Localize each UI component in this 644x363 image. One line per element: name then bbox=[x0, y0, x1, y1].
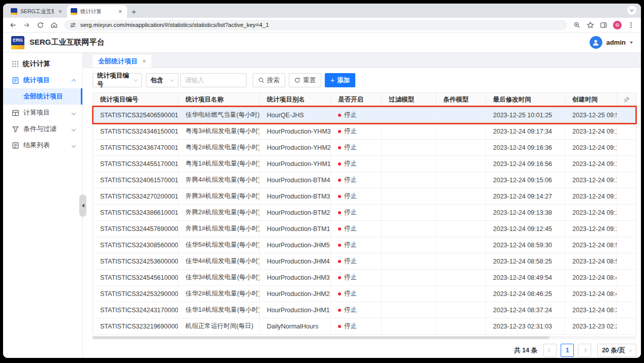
table-row[interactable]: STATISTICS3242536000007 佳华4#机组发电量(每小时) H… bbox=[93, 253, 636, 270]
reset-button[interactable]: 重置 bbox=[289, 73, 321, 87]
cell-filter-model bbox=[382, 237, 436, 253]
url-bar[interactable]: serg.mixyun.com/mixapplication/#/statist… bbox=[64, 20, 567, 30]
status-dot-icon bbox=[338, 309, 341, 312]
cell-modified-time: 2023-12-24 08:46:25 bbox=[486, 286, 565, 302]
cell-project-name: 佳华4#机组发电量(每小时) bbox=[178, 253, 260, 270]
cell-pin-spacer bbox=[617, 237, 636, 253]
cell-modified-time: 2023-12-24 09:15:06 bbox=[486, 172, 565, 188]
zoom-icon[interactable] bbox=[573, 21, 581, 29]
table-row[interactable]: STATISTICS3243674700014 粤海2#机组发电量(每小时) H… bbox=[93, 140, 636, 156]
user-menu[interactable]: admin bbox=[590, 36, 633, 49]
cell-project-alias: HourProduction-JHM1 bbox=[260, 302, 331, 318]
sidebar-item-all-statistics-projects[interactable]: 全部统计项目 bbox=[3, 88, 82, 105]
column-header: 最后修改时间 bbox=[486, 93, 565, 107]
tab-close-icon[interactable]: × bbox=[117, 8, 124, 15]
sidebar-item-statistics-project[interactable]: 统计项目 bbox=[3, 72, 82, 88]
back-icon[interactable] bbox=[9, 21, 17, 29]
status-label: 停止 bbox=[344, 273, 357, 282]
table-row[interactable]: STATISTICS3243866100010 奔腾2#机组发电量(每小时) H… bbox=[93, 205, 636, 221]
table-body: STATISTICS3254065900018 佳华电站燃气当量(每小时) Ho… bbox=[93, 107, 636, 335]
funnel-icon bbox=[12, 125, 19, 133]
status-dot-icon bbox=[338, 227, 341, 230]
cell-condition-model bbox=[436, 318, 486, 335]
more-menu-icon[interactable] bbox=[627, 21, 635, 29]
side-panel-icon[interactable] bbox=[600, 21, 607, 29]
cell-pin-spacer bbox=[617, 205, 636, 221]
cell-condition-model bbox=[436, 123, 486, 140]
tab-close-icon[interactable]: × bbox=[57, 8, 64, 15]
sidebar-collapse-handle[interactable] bbox=[79, 194, 86, 217]
page-tabbar: 全部统计项目 × bbox=[83, 53, 641, 68]
cell-modified-time: 2023-12-24 09:17:34 bbox=[486, 123, 565, 140]
filter-keyword-input[interactable] bbox=[180, 73, 247, 87]
table-row[interactable]: STATISTICS3254065900018 佳华电站燃气当量(每小时) Ho… bbox=[93, 107, 636, 123]
cell-project-name: 佳华5#机组发电量(每小时) bbox=[178, 237, 260, 253]
page-tab-close-icon[interactable]: × bbox=[142, 58, 146, 65]
refresh-icon[interactable] bbox=[37, 21, 44, 29]
cell-project-name: 奔腾1#机组发电量(每小时) bbox=[178, 221, 260, 237]
table-row[interactable]: STATISTICS3243085600008 佳华5#机组发电量(每小时) H… bbox=[93, 237, 636, 253]
cell-project-alias: HourProduction-BTM4 bbox=[260, 172, 331, 188]
table-row[interactable]: STATISTICS3242702000011 奔腾3#机组发电量(每小时) H… bbox=[93, 188, 636, 205]
table-row[interactable]: STATISTICS3245456100006 佳华3#机组发电量(每小时) H… bbox=[93, 270, 636, 286]
cell-project-alias: HourProduction-BTM1 bbox=[260, 221, 331, 237]
cell-filter-model bbox=[382, 156, 436, 172]
cell-created-time: 2023-12-24 09:17:34 bbox=[565, 123, 617, 140]
page-tab-all-statistics[interactable]: 全部统计项目 × bbox=[93, 55, 151, 68]
user-dropdown-caret-icon bbox=[630, 42, 633, 44]
pagination-total: 共 14 条 bbox=[514, 346, 537, 355]
tab-search-caret-icon[interactable] bbox=[627, 6, 636, 15]
pagination: 共 14 条 1 20 条/页 bbox=[93, 344, 636, 357]
search-button[interactable]: 搜索 bbox=[253, 73, 285, 87]
pin-icon bbox=[623, 96, 630, 103]
filter-operator-select[interactable]: 包含 bbox=[146, 73, 178, 87]
pagination-next-button[interactable] bbox=[578, 344, 591, 357]
table-row[interactable]: STATISTICS3244576900009 奔腾1#机组发电量(每小时) H… bbox=[93, 221, 636, 237]
cell-project-alias: HourProduction-BTM2 bbox=[260, 205, 331, 221]
table-row[interactable]: STATISTICS3232196900002 机组正常运行时间(每日) Dai… bbox=[93, 318, 636, 335]
status-dot-icon bbox=[338, 211, 341, 214]
sidebar-root-statistics-compute[interactable]: 统计计算 bbox=[3, 55, 82, 72]
add-button[interactable]: + 添加 bbox=[325, 73, 355, 87]
site-settings-icon[interactable] bbox=[70, 22, 76, 28]
filter-bar: 统计项目编号 包含 搜索 重置 bbox=[93, 73, 636, 87]
browser-tab-serg[interactable]: SERG工业互联网平台 × bbox=[7, 5, 67, 18]
bookmark-star-icon[interactable] bbox=[587, 21, 594, 29]
column-header-pin[interactable] bbox=[617, 93, 636, 107]
sidebar-item-calc-project[interactable]: 计算项目 bbox=[3, 105, 82, 121]
cell-condition-model bbox=[436, 188, 486, 205]
cell-modified-time: 2023-12-24 08:49:54 bbox=[486, 270, 565, 286]
cell-project-name: 机组正常运行时间(每日) bbox=[178, 318, 260, 335]
cell-pin-spacer bbox=[617, 318, 636, 335]
cell-project-id: STATISTICS3232196900002 bbox=[93, 318, 178, 335]
cell-pin-spacer bbox=[617, 140, 636, 156]
scrollbar-thumb[interactable] bbox=[93, 336, 549, 339]
table-row[interactable]: STATISTICS3243461500015 粤海3#机组发电量(每小时) H… bbox=[93, 123, 636, 140]
cell-status: 停止 bbox=[331, 237, 382, 253]
filter-operator-value: 包含 bbox=[150, 76, 163, 85]
status-dot-icon bbox=[338, 244, 341, 247]
status-dot-icon bbox=[338, 292, 341, 295]
cell-filter-model bbox=[382, 270, 436, 286]
status-label: 停止 bbox=[344, 159, 357, 168]
browser-profile-avatar[interactable]: G bbox=[613, 21, 622, 29]
status-label: 停止 bbox=[344, 322, 357, 331]
table-row[interactable]: STATISTICS3242431700004 佳华1#机组发电量(每小时) H… bbox=[93, 302, 636, 318]
cell-condition-model bbox=[436, 302, 486, 318]
page-size-select[interactable]: 20 条/页 bbox=[597, 344, 636, 357]
cell-filter-model bbox=[382, 172, 436, 188]
cell-status: 停止 bbox=[331, 140, 382, 156]
table-row[interactable]: STATISTICS3240615700012 奔腾4#机组发电量(每小时) H… bbox=[93, 172, 636, 188]
home-icon[interactable] bbox=[50, 21, 58, 29]
table-row[interactable]: STATISTICS3242532900005 佳华2#机组发电量(每小时) H… bbox=[93, 286, 636, 302]
cell-condition-model bbox=[436, 221, 486, 237]
sidebar-item-conditions-filters[interactable]: 条件与过滤 bbox=[3, 121, 82, 137]
sidebar-item-result-list[interactable]: 结果列表 bbox=[3, 137, 82, 153]
pagination-page-button[interactable]: 1 bbox=[561, 344, 574, 357]
forward-icon[interactable] bbox=[23, 21, 30, 29]
new-tab-button[interactable]: + bbox=[127, 7, 141, 18]
browser-tab-statistics[interactable]: 统计计算 × bbox=[67, 5, 127, 18]
table-row[interactable]: STATISTICS3244551700013 粤海1#机组发电量(每小时) H… bbox=[93, 156, 636, 172]
filter-field-select[interactable]: 统计项目编号 bbox=[93, 73, 142, 87]
pagination-prev-button[interactable] bbox=[543, 344, 557, 357]
